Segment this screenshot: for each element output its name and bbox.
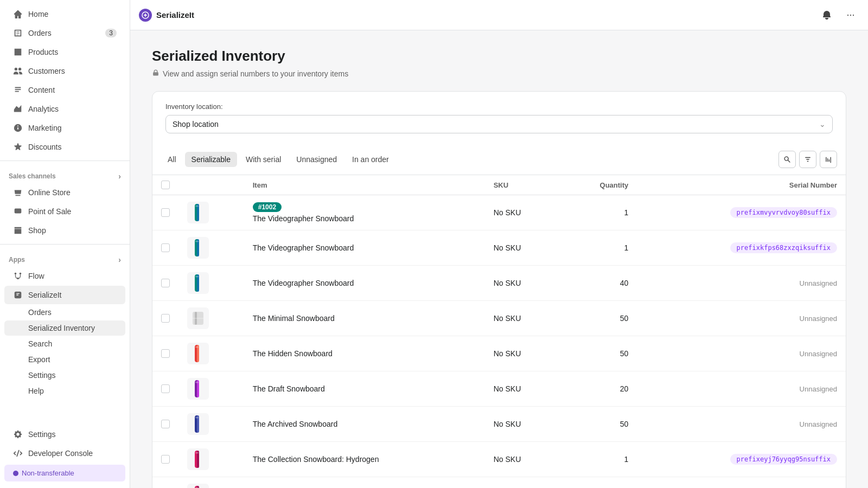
table-row[interactable]: The Hidden SnowboardNo SKU50Unnasigned — [152, 336, 846, 371]
row-item-cell: The Collection Snowboard: Hydrogen — [244, 477, 485, 489]
tab-in-an-order[interactable]: In an order — [346, 152, 395, 167]
row-quantity-cell: 1 — [560, 195, 637, 230]
tab-with-serial[interactable]: With serial — [239, 152, 288, 167]
page-content: Serialized Inventory View and assign ser… — [130, 30, 868, 488]
sidebar-item-orders[interactable]: Orders 3 — [4, 24, 125, 42]
row-sku-cell: No SKU — [485, 477, 560, 489]
notification-button[interactable] — [818, 7, 835, 24]
unassigned-text: Unnasigned — [800, 279, 837, 287]
sidebar-item-discounts[interactable]: Discounts — [4, 138, 125, 156]
row-item-cell: The Draft Snowboard — [244, 371, 485, 407]
svg-point-2 — [20, 273, 22, 275]
table-row[interactable]: The Videographer SnowboardNo SKU40Unnasi… — [152, 266, 846, 301]
table-row[interactable]: The Minimal SnowboardNo SKU50Unnasigned — [152, 301, 846, 336]
row-checkbox-cell — [152, 195, 178, 230]
row-thumb-cell — [178, 230, 244, 266]
table-row[interactable]: The Collection Snowboard: HydrogenNo SKU… — [152, 477, 846, 489]
sidebar-sub-serialized-inventory[interactable]: Serialized Inventory — [4, 320, 125, 336]
sidebar-divider-1 — [0, 160, 130, 161]
filter-options-button[interactable] — [799, 151, 816, 168]
table-row[interactable]: The Archived SnowboardNo SKU50Unnasigned — [152, 407, 846, 442]
tab-serializable[interactable]: Serializable — [185, 152, 237, 167]
th-item: Item — [244, 175, 485, 195]
table-row[interactable]: The Collection Snowboard: HydrogenNo SKU… — [152, 442, 846, 477]
sidebar-sub-help[interactable]: Help — [4, 383, 125, 399]
sidebar-sub-search[interactable]: Search — [4, 336, 125, 351]
serial-number-badge: prefixeyj76yyqg95nsuffix — [730, 454, 837, 465]
sidebar-sub-orders[interactable]: Orders — [4, 305, 125, 320]
row-checkbox[interactable] — [161, 455, 170, 464]
row-quantity-cell: 40 — [560, 266, 637, 301]
sidebar-item-developer-console[interactable]: Developer Console — [4, 444, 125, 463]
row-checkbox[interactable] — [161, 314, 170, 323]
content-icon — [13, 85, 23, 95]
row-checkbox[interactable] — [161, 279, 170, 287]
sidebar-item-content[interactable]: Content — [4, 81, 125, 99]
sidebar-item-customers[interactable]: Customers — [4, 62, 125, 80]
svg-point-1 — [15, 273, 17, 275]
svg-point-11 — [195, 241, 199, 242]
table-row[interactable]: #1002The Videographer SnowboardNo SKU1pr… — [152, 195, 846, 230]
apps-label: Apps — [9, 256, 25, 264]
home-icon — [13, 9, 23, 19]
sidebar-item-settings[interactable]: Settings — [4, 425, 125, 444]
table-row[interactable]: The Videographer SnowboardNo SKU1prefixk… — [152, 230, 846, 266]
sidebar-nav: Home Orders 3 Products Customers Conte — [0, 0, 130, 403]
row-checkbox[interactable] — [161, 420, 170, 428]
sales-channels-header[interactable]: Sales channels › — [0, 165, 130, 183]
sidebar-sub-settings[interactable]: Settings — [4, 368, 125, 383]
sidebar-item-analytics[interactable]: Analytics — [4, 100, 125, 118]
chevron-right-icon-2: › — [118, 255, 121, 264]
sidebar-item-online-store[interactable]: Online Store — [4, 183, 125, 202]
apps-header[interactable]: Apps › — [0, 249, 130, 266]
sidebar-sub-export[interactable]: Export — [4, 352, 125, 367]
row-serial-cell: Unnasigned — [637, 266, 846, 301]
svg-point-25 — [195, 417, 199, 419]
sidebar-item-flow[interactable]: Flow — [4, 267, 125, 285]
row-checkbox[interactable] — [161, 349, 170, 358]
sidebar-item-home[interactable]: Home — [4, 5, 125, 23]
lock-icon — [152, 69, 159, 78]
row-checkbox-cell — [152, 442, 178, 477]
sidebar-item-flow-label: Flow — [28, 272, 44, 280]
svg-point-8 — [195, 206, 199, 207]
filter-actions — [778, 151, 837, 168]
location-select[interactable]: Shop location ⌄ — [165, 115, 833, 133]
row-checkbox[interactable] — [161, 208, 170, 217]
sidebar-item-shop[interactable]: Shop — [4, 221, 125, 240]
sidebar-item-marketing[interactable]: Marketing — [4, 119, 125, 137]
row-sku-cell: No SKU — [485, 195, 560, 230]
tab-all[interactable]: All — [161, 152, 183, 167]
serial-number-badge: prefixmvyvrvdvoy80suffix — [730, 207, 837, 218]
row-item-cell: #1002The Videographer Snowboard — [244, 195, 485, 230]
row-serial-cell: Unnasigned — [637, 301, 846, 336]
row-thumb-cell — [178, 301, 244, 336]
row-checkbox[interactable] — [161, 243, 170, 252]
chevron-right-icon: › — [118, 172, 121, 181]
sidebar-item-products[interactable]: Products — [4, 43, 125, 61]
item-name: The Draft Snowboard — [253, 384, 476, 393]
sort-button[interactable] — [820, 151, 837, 168]
row-checkbox[interactable] — [161, 384, 170, 393]
item-thumbnail — [187, 413, 209, 435]
sidebar-item-serializeit[interactable]: SerializeIt — [4, 286, 125, 304]
sidebar-item-analytics-label: Analytics — [28, 105, 59, 113]
orders-icon — [13, 28, 23, 38]
more-menu-button[interactable]: ··· — [842, 7, 859, 24]
row-serial-cell: prefixmvyvrvdvoy80suffix — [637, 195, 846, 230]
unassigned-text: Unnasigned — [800, 314, 837, 323]
row-sku-cell: No SKU — [485, 407, 560, 442]
sales-channels-label: Sales channels — [9, 172, 56, 180]
tab-unassigned[interactable]: Unnasigned — [290, 152, 343, 167]
search-filter-button[interactable] — [778, 151, 796, 168]
select-all-checkbox[interactable] — [161, 181, 170, 189]
svg-rect-0 — [15, 209, 22, 214]
item-name: The Archived Snowboard — [253, 420, 476, 428]
sidebar-item-point-of-sale[interactable]: Point of Sale — [4, 202, 125, 221]
table-row[interactable]: The Draft SnowboardNo SKU20Unnasigned — [152, 371, 846, 407]
row-sku-cell: No SKU — [485, 230, 560, 266]
row-quantity-cell: 50 — [560, 301, 637, 336]
sidebar-item-home-label: Home — [28, 10, 48, 18]
customers-icon — [13, 66, 23, 76]
row-quantity-cell: 50 — [560, 407, 637, 442]
